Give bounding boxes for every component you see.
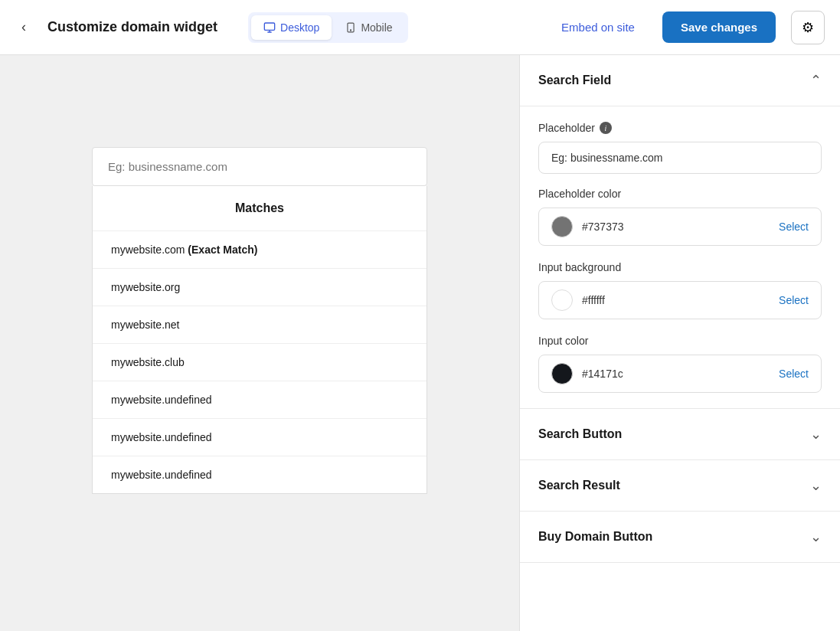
domain-name: mywebsite.undefined: [111, 431, 212, 443]
input-color-value: #14171c: [582, 368, 779, 380]
domain-name: mywebsite.org: [111, 281, 180, 293]
main-layout: Matches mywebsite.com (Exact Match) mywe…: [0, 55, 840, 631]
placeholder-color-label: Placeholder color: [538, 188, 822, 200]
domain-name: mywebsite.undefined: [111, 469, 212, 481]
chevron-up-icon: ⌃: [810, 72, 822, 89]
input-bg-color-swatch: [551, 289, 573, 311]
page-title: Customize domain widget: [47, 19, 217, 35]
search-field-content: Placeholder i Placeholder color #737373 …: [520, 106, 840, 409]
list-item: mywebsite.undefined: [93, 456, 427, 493]
buy-domain-section-header[interactable]: Buy Domain Button ⌄: [520, 512, 840, 563]
exact-match-label: (Exact Match): [188, 244, 257, 256]
svg-point-2: [351, 29, 351, 30]
svg-rect-0: [264, 23, 274, 30]
save-changes-button[interactable]: Save changes: [662, 11, 776, 43]
input-bg-color-field: #ffffff Select: [538, 281, 822, 319]
matches-section: Matches mywebsite.com (Exact Match) mywe…: [92, 186, 427, 494]
domain-name: mywebsite.com: [111, 244, 188, 256]
placeholder-color-value: #737373: [582, 221, 779, 233]
buy-domain-title: Buy Domain Button: [538, 530, 652, 544]
placeholder-color-swatch: [551, 216, 573, 237]
input-bg-select-button[interactable]: Select: [779, 294, 809, 306]
placeholder-field-block: Placeholder i: [538, 122, 822, 174]
domain-name: mywebsite.club: [111, 356, 185, 368]
input-color-select-button[interactable]: Select: [779, 368, 809, 380]
list-item: mywebsite.undefined: [93, 381, 427, 418]
input-color-label: Input color: [538, 335, 822, 347]
back-button[interactable]: ‹: [15, 13, 32, 41]
matches-title: Matches: [93, 186, 427, 230]
header: ‹ Customize domain widget Desktop Mobile…: [0, 0, 840, 55]
search-field-section-header[interactable]: Search Field ⌃: [520, 55, 840, 106]
input-bg-block: Input background #ffffff Select: [538, 261, 822, 319]
list-item: mywebsite.net: [93, 306, 427, 343]
gear-icon: ⚙: [802, 19, 814, 36]
search-field-title: Search Field: [538, 74, 611, 87]
search-button-section-header[interactable]: Search Button ⌄: [520, 409, 840, 460]
search-button-title: Search Button: [538, 427, 622, 441]
mobile-view-button[interactable]: Mobile: [333, 15, 404, 40]
list-item: mywebsite.club: [93, 343, 427, 381]
chevron-down-icon: ⌄: [810, 426, 822, 443]
list-item: mywebsite.undefined: [93, 418, 427, 456]
view-toggle: Desktop Mobile: [248, 12, 408, 43]
settings-button[interactable]: ⚙: [791, 11, 825, 44]
search-box-preview: [92, 147, 427, 186]
domain-name: mywebsite.net: [111, 319, 179, 331]
desktop-icon: [263, 21, 276, 34]
search-result-title: Search Result: [538, 479, 620, 492]
placeholder-color-block: Placeholder color #737373 Select: [538, 188, 822, 246]
preview-panel: Matches mywebsite.com (Exact Match) mywe…: [0, 55, 519, 631]
placeholder-color-select-button[interactable]: Select: [779, 221, 809, 233]
mobile-icon: [345, 21, 356, 34]
input-bg-label: Input background: [538, 261, 822, 273]
info-icon: i: [600, 122, 612, 134]
search-input-preview[interactable]: [93, 148, 427, 185]
placeholder-color-field: #737373 Select: [538, 208, 822, 246]
placeholder-input[interactable]: [538, 142, 822, 174]
input-color-field: #14171c Select: [538, 355, 822, 393]
list-item: mywebsite.org: [93, 268, 427, 306]
input-bg-color-value: #ffffff: [582, 294, 779, 306]
embed-on-site-button[interactable]: Embed on site: [549, 15, 647, 40]
list-item: mywebsite.com (Exact Match): [93, 230, 427, 268]
placeholder-label: Placeholder i: [538, 122, 822, 134]
right-panel: Search Field ⌃ Placeholder i Placeholder…: [519, 55, 840, 631]
input-color-block: Input color #14171c Select: [538, 335, 822, 393]
chevron-down-icon: ⌄: [810, 477, 822, 494]
input-color-swatch: [551, 363, 573, 384]
chevron-down-icon: ⌄: [810, 528, 822, 545]
search-result-section-header[interactable]: Search Result ⌄: [520, 460, 840, 512]
desktop-view-button[interactable]: Desktop: [251, 15, 332, 40]
domain-name: mywebsite.undefined: [111, 394, 212, 406]
